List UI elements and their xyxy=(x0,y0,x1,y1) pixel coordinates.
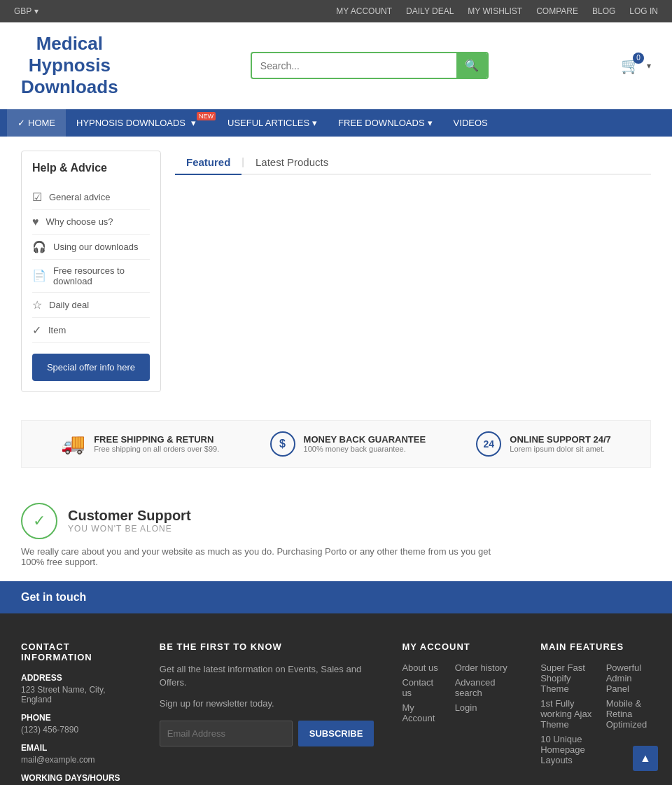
logo-line2: Hypnosis xyxy=(21,55,118,76)
tab-latest-products[interactable]: Latest Products xyxy=(244,151,340,174)
get-in-touch-bar: Get in touch xyxy=(0,581,672,613)
sidebar-title: Help & Advice xyxy=(32,162,150,174)
newsletter-desc2: Sign up for newsletter today. xyxy=(160,697,374,711)
my-account-link[interactable]: MY ACCOUNT xyxy=(336,6,392,16)
about-us-link[interactable]: About us xyxy=(402,662,440,673)
customer-support-text: We really care about you and your websit… xyxy=(21,546,511,567)
support-sub: Lorem ipsum dolor sit amet. xyxy=(510,445,610,453)
check-circle-icon: ✓ xyxy=(33,512,46,530)
feature-5[interactable]: Mobile & Retina Optimized xyxy=(606,698,651,730)
benefits-bar: 🚚 FREE SHIPPING & RETURN Free shipping o… xyxy=(21,420,651,468)
sidebar-item-using-downloads[interactable]: 🎧 Using our downloads xyxy=(32,235,150,260)
nav-home[interactable]: ✓ HOME xyxy=(7,109,66,137)
search-input[interactable] xyxy=(252,55,456,77)
scroll-to-top[interactable]: ▲ xyxy=(633,746,658,771)
money-back-benefit: $ MONEY BACK GUARANTEE 100% money back g… xyxy=(270,431,426,457)
top-nav: MY ACCOUNT DAILY DEAL MY WISHLIST COMPAR… xyxy=(336,6,658,16)
money-back-sub: 100% money back guarantee. xyxy=(304,445,426,453)
check-icon: ✓ xyxy=(32,324,41,337)
sidebar-item-daily-deal[interactable]: ☆ Daily deal xyxy=(32,293,150,318)
shipping-benefit: 🚚 FREE SHIPPING & RETURN Free shipping o… xyxy=(61,431,219,457)
login-link[interactable]: LOG IN xyxy=(629,6,658,16)
logo: Medical Hypnosis Downloads xyxy=(21,33,118,99)
email-label: EMAIL xyxy=(21,743,132,753)
money-back-title: MONEY BACK GUARANTEE xyxy=(304,434,426,445)
cart-badge: 0 xyxy=(633,53,644,64)
login-footer-link[interactable]: Login xyxy=(455,702,513,713)
currency-selector[interactable]: GBP ▾ xyxy=(14,6,38,16)
customer-support-subtitle: YOU WON'T BE ALONE xyxy=(68,524,191,534)
advanced-search-link[interactable]: Advanced search xyxy=(455,677,513,698)
feature-4[interactable]: Powerful Admin Panel xyxy=(606,662,651,694)
footer-newsletter: BE THE FIRST TO KNOW Get all the latest … xyxy=(160,641,374,785)
nav-hypnosis-downloads[interactable]: HYPNOSIS DOWNLOADS NEW ▾ xyxy=(66,109,217,137)
useful-articles-arrow: ▾ xyxy=(312,118,317,128)
general-advice-icon: ☑ xyxy=(32,190,42,204)
address-label: ADDRESS xyxy=(21,673,132,683)
contact-us-link[interactable]: Contact us xyxy=(402,677,440,698)
headphones-icon: 🎧 xyxy=(32,240,46,253)
home-check-icon: ✓ xyxy=(18,118,25,128)
support-icon: 24 xyxy=(476,431,501,457)
feature-2[interactable]: 1st Fully working Ajax Theme xyxy=(540,698,592,730)
footer-top: CONTACT INFORMATION ADDRESS 123 Street N… xyxy=(21,641,651,785)
email-value: mail@example.com xyxy=(21,755,132,765)
newsletter-email-input[interactable] xyxy=(160,721,293,746)
sidebar-item-item[interactable]: ✓ Item xyxy=(32,318,150,343)
nav-useful-articles[interactable]: USEFUL ARTICLES ▾ xyxy=(217,109,328,137)
star-icon: ☆ xyxy=(32,298,42,312)
search-bar: 🔍 xyxy=(251,52,489,79)
phone-value: (123) 456-7890 xyxy=(21,725,132,735)
top-bar: GBP ▾ MY ACCOUNT DAILY DEAL MY WISHLIST … xyxy=(0,0,672,22)
support-title: ONLINE SUPPORT 24/7 xyxy=(510,434,610,445)
document-icon: 📄 xyxy=(32,269,46,282)
my-account-link[interactable]: My Account xyxy=(402,702,440,723)
cart-icon[interactable]: 🛒 0 xyxy=(621,57,640,75)
sidebar-item-general-advice[interactable]: ☑ General advice xyxy=(32,185,150,210)
address-value: 123 Street Name, City, England xyxy=(21,685,132,704)
shipping-sub: Free shipping on all orders over $99. xyxy=(94,445,219,453)
special-offer-button[interactable]: Special offer info here xyxy=(32,354,150,381)
dropdown-arrow: ▾ xyxy=(191,118,196,128)
support-benefit: 24 ONLINE SUPPORT 24/7 Lorem ipsum dolor… xyxy=(476,431,610,457)
customer-support-icon: ✓ xyxy=(21,503,57,539)
tab-featured[interactable]: Featured xyxy=(175,151,241,175)
sidebar: Help & Advice ☑ General advice ♥ Why cho… xyxy=(21,151,161,392)
get-in-touch-button[interactable]: Get in touch xyxy=(21,591,86,604)
featured-tabs: Featured | Latest Products xyxy=(175,151,651,175)
search-button[interactable]: 🔍 xyxy=(456,53,487,78)
sidebar-item-free-resources[interactable]: 📄 Free resources to download xyxy=(32,260,150,293)
newsletter-title: BE THE FIRST TO KNOW xyxy=(160,641,374,652)
currency-label: GBP xyxy=(14,6,31,16)
main-features-title: MAIN FEATURES xyxy=(540,641,651,652)
sidebar-item-why-choose-us[interactable]: ♥ Why choose us? xyxy=(32,210,150,235)
hours-label: WORKING DAYS/HOURS xyxy=(21,773,132,783)
logo-line1: Medical xyxy=(21,33,118,55)
money-back-icon: $ xyxy=(270,431,295,457)
my-wishlist-link[interactable]: MY WISHLIST xyxy=(468,6,522,16)
order-history-link[interactable]: Order history xyxy=(455,662,513,673)
heart-icon: ♥ xyxy=(32,216,39,228)
customer-support-section: ✓ Customer Support YOU WON'T BE ALONE We… xyxy=(0,482,672,581)
contact-title: CONTACT INFORMATION xyxy=(21,641,132,662)
free-downloads-arrow: ▾ xyxy=(428,118,433,128)
daily-deal-link[interactable]: DAILY DEAL xyxy=(406,6,454,16)
newsletter-form: SUBSCRIBE xyxy=(160,721,374,746)
featured-section: Featured | Latest Products xyxy=(175,151,651,392)
shipping-title: FREE SHIPPING & RETURN xyxy=(94,434,219,445)
feature-3[interactable]: 10 Unique Homepage Layouts xyxy=(540,734,592,765)
nav-videos[interactable]: VIDEOS xyxy=(443,109,498,137)
footer: CONTACT INFORMATION ADDRESS 123 Street N… xyxy=(0,613,672,785)
header: Medical Hypnosis Downloads 🔍 🛒 0 ▾ xyxy=(0,22,672,109)
cart-dropdown-arrow[interactable]: ▾ xyxy=(647,61,651,71)
new-badge: NEW xyxy=(197,112,216,120)
blog-link[interactable]: BLOG xyxy=(592,6,615,16)
nav-free-downloads[interactable]: FREE DOWNLOADS ▾ xyxy=(328,109,443,137)
main-content: Help & Advice ☑ General advice ♥ Why cho… xyxy=(0,137,672,406)
feature-1[interactable]: Super Fast Shopify Theme xyxy=(540,662,592,694)
footer-my-account: MY ACCOUNT About us Contact us My Accoun… xyxy=(402,641,512,785)
footer-contact: CONTACT INFORMATION ADDRESS 123 Street N… xyxy=(21,641,132,785)
customer-support-title: Customer Support xyxy=(68,508,191,524)
compare-link[interactable]: COMPARE xyxy=(536,6,578,16)
subscribe-button[interactable]: SUBSCRIBE xyxy=(298,721,374,746)
